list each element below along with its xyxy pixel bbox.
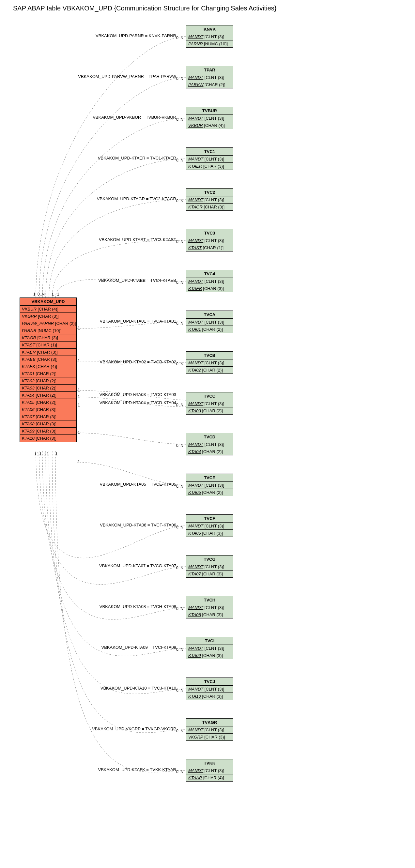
field-name: MANDT bbox=[188, 279, 203, 284]
entity-tvkk: TVKKMANDT [CLNT (3)]KTAAR [CHAR (4)] bbox=[186, 759, 233, 781]
field-name: KTA05 bbox=[22, 400, 35, 405]
field-type: [CHAR (2)] bbox=[203, 82, 225, 87]
field-name: MANDT bbox=[188, 320, 203, 324]
field-type: [CHAR (2)] bbox=[201, 327, 223, 332]
entity-tvci: TVCIMANDT [CLNT (3)]KTA09 [CHAR (3)] bbox=[186, 637, 233, 659]
entity-field: MANDT [CLNT (3)] bbox=[186, 319, 233, 326]
card-ref: 0..N bbox=[176, 443, 183, 448]
field-type: [CLNT (3)] bbox=[203, 483, 224, 488]
entity-field: KTAAR [CHAR (4)] bbox=[186, 774, 233, 781]
field-name: KTAGR bbox=[188, 205, 203, 209]
entity-header: TVCF bbox=[186, 515, 233, 523]
entity-main-field: PARNR [NUMC (10)] bbox=[20, 327, 76, 334]
field-name: KTAST bbox=[188, 245, 202, 250]
card-ref: 0..N bbox=[176, 76, 183, 81]
entity-header: TPAR bbox=[186, 66, 233, 74]
field-type: [CLNT (3)] bbox=[203, 401, 224, 406]
field-name: PARNR bbox=[188, 41, 203, 46]
card-ref: 0..N bbox=[176, 158, 183, 162]
card-bottom-6: 1 bbox=[56, 452, 58, 456]
field-name: PARNR bbox=[22, 328, 36, 333]
field-type: [CHAR (3)] bbox=[202, 164, 224, 168]
entity-main-field: VKGRP [CHAR (3)] bbox=[20, 313, 76, 320]
entity-field: KTAER [CHAR (3)] bbox=[186, 163, 233, 169]
card-top-2: 0..N bbox=[37, 292, 45, 297]
field-type: [CLNT (3)] bbox=[203, 524, 224, 528]
field-name: KTA03 bbox=[188, 408, 201, 413]
field-name: KTAFK bbox=[22, 364, 35, 369]
field-type: [CHAR (3)] bbox=[203, 735, 225, 740]
card-bottom-2: 1 bbox=[37, 452, 39, 456]
entity-header: TVC4 bbox=[186, 270, 233, 278]
field-name: KTAAR bbox=[188, 775, 202, 780]
edge-label: VBKAKOM_UPD-KTA02 = TVCB-KTA02 bbox=[100, 360, 176, 364]
field-type: [CHAR (3)] bbox=[37, 314, 59, 319]
field-name: VKGRP bbox=[22, 314, 37, 319]
field-name: KTA01 bbox=[188, 327, 201, 332]
card-bottom-4: 1 bbox=[44, 452, 46, 456]
field-name: KTA10 bbox=[22, 436, 35, 441]
field-name: KTA04 bbox=[22, 393, 35, 398]
card-ref: 0..N bbox=[176, 240, 183, 244]
card-ref: 0..N bbox=[176, 280, 183, 285]
card-side-6: 1 bbox=[78, 430, 80, 435]
field-type: [CHAR (3)] bbox=[35, 350, 57, 354]
field-type: [CLNT (3)] bbox=[203, 442, 224, 447]
entity-main-field: KTAER [CHAR (3)] bbox=[20, 349, 76, 356]
field-name: KTA10 bbox=[188, 694, 201, 699]
entity-field: MANDT [CLNT (3)] bbox=[186, 686, 233, 693]
page-title: SAP ABAP table VBKAKOM_UPD {Communicatio… bbox=[13, 5, 415, 12]
entity-tvcf: TVCFMANDT [CLNT (3)]KTA06 [CHAR (3)] bbox=[186, 515, 233, 537]
field-name: KTA01 bbox=[22, 371, 35, 376]
entity-field: KTA01 [CHAR (2)] bbox=[186, 326, 233, 333]
field-name: MANDT bbox=[188, 646, 203, 651]
entity-field: MANDT [CLNT (3)] bbox=[186, 278, 233, 285]
field-type: [CLNT (3)] bbox=[203, 320, 224, 324]
field-type: [CLNT (3)] bbox=[203, 279, 224, 284]
entity-header: TVCB bbox=[186, 352, 233, 360]
field-type: [CHAR (3)] bbox=[203, 205, 225, 209]
entity-main-field: KTA08 [CHAR (3)] bbox=[20, 421, 76, 428]
field-type: [CLNT (3)] bbox=[203, 116, 224, 121]
entity-field: KTA07 [CHAR (3)] bbox=[186, 570, 233, 577]
entity-header: TVBUR bbox=[186, 107, 233, 115]
entity-field: MANDT [CLNT (3)] bbox=[186, 441, 233, 448]
field-name: MANDT bbox=[188, 564, 203, 569]
edge-label: VBKAKOM_UPD-KTA05 = TVCE-KTA05 bbox=[100, 482, 176, 487]
field-type: [CHAR (3)] bbox=[201, 653, 223, 658]
field-name: KTA03 bbox=[22, 385, 35, 391]
entity-header: TVCG bbox=[186, 556, 233, 563]
entity-field: KTA02 [CHAR (2)] bbox=[186, 367, 233, 373]
edge-label: VBKAKOM_UPD-KTA09 = TVCI-KTA09 bbox=[101, 645, 176, 650]
field-name: KTA07 bbox=[22, 414, 35, 419]
field-name: PARVW bbox=[188, 82, 203, 87]
entity-field: KTA08 [CHAR (3)] bbox=[186, 611, 233, 618]
card-ref: 0..N bbox=[176, 199, 183, 203]
field-type: [CHAR (1)] bbox=[35, 342, 57, 347]
card-ref: 0..N bbox=[176, 403, 183, 407]
field-type: [CLNT (3)] bbox=[203, 157, 224, 161]
edge-label: VBKAKOM_UPD-KTA07 = TVCG-KTA07 bbox=[99, 563, 176, 568]
entity-field: KTAGR [CHAR (3)] bbox=[186, 204, 233, 210]
entity-field: PARVW [CHAR (2)] bbox=[186, 81, 233, 88]
card-side-1: 1 bbox=[78, 326, 80, 331]
card-ref: 0..N bbox=[176, 321, 183, 326]
entity-header: TVCA bbox=[186, 311, 233, 319]
entity-header: TVCH bbox=[186, 596, 233, 604]
field-name: KTAST bbox=[22, 342, 35, 347]
card-ref: 0..N bbox=[176, 36, 183, 40]
entity-main-field: KTAFK [CHAR (4)] bbox=[20, 363, 76, 370]
card-ref: 0..N bbox=[176, 484, 183, 489]
entity-field: MANDT [CLNT (3)] bbox=[186, 196, 233, 204]
field-type: [CHAR (3)] bbox=[201, 531, 223, 536]
field-type: [CHAR (4)] bbox=[35, 364, 57, 369]
entity-field: MANDT [CLNT (3)] bbox=[186, 115, 233, 122]
field-name: PARVW_PARNR bbox=[22, 321, 54, 326]
field-name: VKBUR bbox=[188, 123, 203, 128]
field-name: MANDT bbox=[188, 361, 203, 365]
field-type: [CHAR (2)] bbox=[54, 321, 76, 326]
field-name: MANDT bbox=[188, 483, 203, 488]
card-bottom-5: 1 bbox=[47, 452, 49, 456]
field-name: MANDT bbox=[188, 605, 203, 610]
card-ref: 0..N bbox=[176, 117, 183, 122]
